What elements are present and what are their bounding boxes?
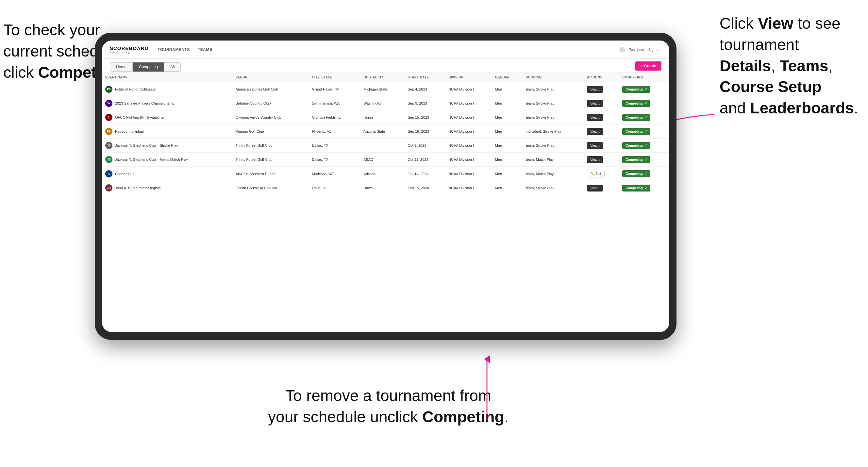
cell-city-state: Lihue, HI (309, 181, 360, 195)
table-row: W 2023 Sahalee Players Championship Saha… (102, 96, 669, 111)
cell-event-name: W 2023 Sahalee Players Championship (102, 96, 232, 111)
col-event-name: EVENT NAME (102, 73, 232, 82)
event-name-text: Copper Cup (115, 172, 134, 176)
competing-badge[interactable]: Competing ✓ (622, 114, 650, 121)
cell-start-date: Oct 11, 2023 (405, 153, 445, 167)
table-row: FS Folds of Honor Collegiate American Du… (102, 82, 669, 96)
competing-label: Competing (625, 102, 643, 105)
cell-event-name: JS Jackson T. Stephens Cup – Men's Match… (102, 153, 232, 167)
cell-gender: Men (492, 153, 523, 167)
cell-division: NCAA Division I (445, 125, 492, 138)
cell-competing: Competing ✓ (619, 153, 669, 167)
user-text: Test User (629, 48, 644, 52)
cell-scoring: team, Stroke Play (523, 181, 584, 195)
tab-bar: Home Competing All + Create (102, 59, 669, 73)
cell-start-date: Sep 4, 2023 (405, 82, 445, 96)
tab-competing[interactable]: Competing (133, 62, 164, 71)
cell-venue: Trinity Forest Golf Club (232, 138, 309, 153)
cell-actions: View ℹ (584, 181, 619, 195)
cell-scoring: team, Stroke Play (523, 111, 584, 125)
cell-competing: Competing ✓ (619, 125, 669, 138)
competing-label: Competing (625, 116, 643, 119)
event-name-text: Jackson T. Stephens Cup – Men's Match Pl… (115, 157, 188, 161)
team-logo: FS (105, 86, 113, 93)
col-actions: ACTIONS (584, 73, 619, 82)
logo-subtitle: Powered by clippi (110, 51, 148, 54)
cell-city-state: Dallas, TX (309, 153, 360, 167)
cell-competing: Competing ✓ (619, 181, 669, 195)
cell-start-date: Sep 15, 2023 (405, 111, 445, 125)
team-logo: A (105, 170, 113, 178)
cell-hosted-by: Arizona (360, 167, 404, 181)
competing-badge[interactable]: Competing ✓ (622, 86, 650, 93)
checkmark-icon: ✓ (645, 102, 647, 105)
cell-actions: View ℹ (584, 153, 619, 167)
cell-event-name: FS Folds of Honor Collegiate (102, 82, 232, 96)
cell-gender: Men (492, 111, 523, 125)
cell-gender: Men (492, 138, 523, 153)
cell-venue: Ak-Chin Southern Dunes (232, 167, 309, 181)
cell-event-name: A Copper Cup (102, 167, 232, 181)
nav-tournaments[interactable]: TOURNAMENTS (157, 46, 190, 53)
cell-actions: View ℹ (584, 96, 619, 111)
table-row: A Copper Cup Ak-Chin Southern Dunes Mari… (102, 167, 669, 181)
team-logo: JS (105, 156, 113, 163)
table-row: JS Jackson T. Stephens Cup – Men's Match… (102, 153, 669, 167)
view-button[interactable]: View ℹ (587, 185, 602, 191)
cell-city-state: Grand Haven, MI (309, 82, 360, 96)
tab-home[interactable]: Home (110, 62, 133, 71)
competing-badge[interactable]: Competing ✓ (622, 128, 650, 135)
checkmark-icon: ✓ (645, 116, 647, 119)
cell-division: NCAA Division I (445, 167, 492, 181)
view-button[interactable]: View ℹ (587, 156, 602, 163)
cell-competing: Competing ✓ (619, 82, 669, 96)
event-name-text: Folds of Honor Collegiate (115, 87, 156, 91)
col-venue: VENUE (232, 73, 309, 82)
view-button[interactable]: View ℹ (587, 100, 602, 107)
col-gender: GENDER (492, 73, 523, 82)
competing-label: Competing (625, 144, 643, 147)
team-logo: JB (105, 184, 113, 191)
cell-hosted-by: Hawaii (360, 181, 404, 195)
tablet-frame: SCOREBOARD Powered by clippi TOURNAMENTS… (95, 33, 677, 340)
cell-venue: Ocean Course At Hokuala (232, 181, 309, 195)
annotation-bottom: To remove a tournament from your schedul… (268, 385, 508, 428)
competing-badge[interactable]: Competing ✓ (622, 185, 650, 191)
checkmark-icon: ✓ (645, 130, 647, 133)
view-button[interactable]: View ℹ (587, 86, 602, 93)
create-button[interactable]: + Create (635, 61, 661, 71)
cell-event-name: PA Papago Individual (102, 125, 232, 138)
cell-gender: Men (492, 82, 523, 96)
cell-scoring: individual, Stroke Play (523, 125, 584, 138)
competing-badge[interactable]: Competing ✓ (622, 170, 650, 177)
sign-out-link[interactable]: Sign out (648, 48, 661, 52)
team-logo: IL (105, 114, 113, 121)
cell-actions: View ℹ (584, 125, 619, 138)
cell-event-name: IL OFCC Fighting Illini Invitational (102, 111, 232, 125)
tab-all[interactable]: All (164, 62, 181, 71)
cell-event-name: JS Jackson T. Stephens Cup – Stroke Play (102, 138, 232, 153)
view-button[interactable]: View ℹ (587, 114, 602, 121)
competing-label: Competing (625, 130, 643, 133)
nav-right: Test User Sign out (619, 47, 661, 53)
view-button[interactable]: View ℹ (587, 142, 602, 149)
tournaments-table: EVENT NAME VENUE CITY, STATE HOSTED BY S… (102, 73, 669, 195)
col-competing: COMPETING (619, 73, 669, 82)
competing-badge[interactable]: Competing ✓ (622, 100, 650, 107)
nav-teams[interactable]: TEAMS (198, 46, 212, 53)
cell-start-date: Jan 14, 2024 (405, 167, 445, 181)
cell-competing: Competing ✓ (619, 111, 669, 125)
competing-badge[interactable]: Competing ✓ (622, 142, 650, 149)
view-button[interactable]: View ℹ (587, 128, 602, 135)
cell-competing: Competing ✓ (619, 167, 669, 181)
table-row: IL OFCC Fighting Illini Invitational Oly… (102, 111, 669, 125)
cell-gender: Men (492, 125, 523, 138)
competing-badge[interactable]: Competing ✓ (622, 156, 650, 163)
edit-button[interactable]: ✏️ Edit (587, 170, 604, 178)
scoreboard-logo: SCOREBOARD Powered by clippi (110, 45, 148, 54)
checkmark-icon: ✓ (645, 172, 647, 176)
checkmark-icon: ✓ (645, 144, 647, 147)
cell-division: NCAA Division I (445, 153, 492, 167)
event-name-text: Papago Individual (115, 129, 144, 133)
cell-gender: Men (492, 96, 523, 111)
